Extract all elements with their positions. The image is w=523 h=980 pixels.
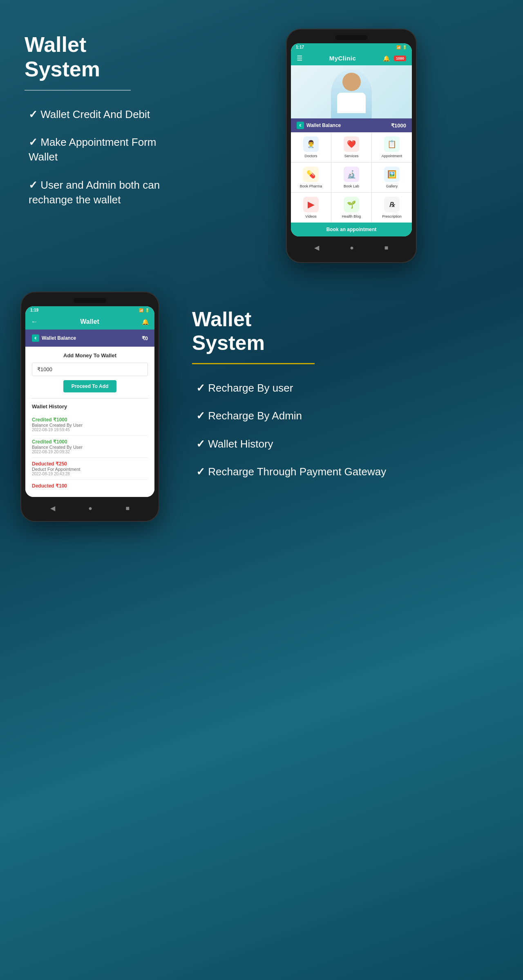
doctor-figure [331, 69, 372, 118]
doctor-head [342, 73, 361, 91]
history-item-2: Credited ₹1000 Balance Created By User 2… [32, 436, 148, 458]
status-bar: 1:17 📶 🔋 [291, 43, 412, 51]
grid-item-doctors[interactable]: 👨‍⚕️ Doctors [291, 132, 331, 162]
wallet-home-nav-button[interactable]: ● [88, 505, 92, 512]
gallery-icon: 🖼️ [384, 167, 400, 182]
wallet-balance-bar: € Wallet Balance ₹1000 [291, 118, 412, 132]
wallet-card-icon: € [32, 334, 39, 342]
history-desc-2: Balance Created By User [32, 445, 148, 450]
wallet-bar-left: € Wallet Balance [297, 122, 341, 129]
wallet-header-title: Wallet [80, 318, 99, 325]
recents-nav-button[interactable]: ■ [384, 244, 389, 252]
grid-item-prescription[interactable]: ℞ Prescription [372, 193, 412, 223]
phone-notch [335, 35, 368, 40]
bottom-feature-item-1: Recharge By user [192, 381, 507, 395]
grid-item-bookpharma[interactable]: 💊 Book Pharma [291, 163, 331, 192]
videos-label: Videos [305, 214, 316, 218]
prescription-label: Prescription [382, 214, 402, 218]
grid-item-services[interactable]: ❤️ Services [331, 132, 371, 162]
bottom-feature-item-3: Wallet History [192, 437, 507, 451]
app-header: ☰ MyClinic 🔔 1000 [291, 51, 412, 65]
history-date-3: 2022-08-19 20:43:28 [32, 472, 148, 476]
bottom-feature-list: Recharge By user Recharge By Admin Walle… [192, 381, 507, 479]
phone1-container: 1:17 📶 🔋 ☰ MyClinic 🔔 1000 [196, 24, 507, 263]
wallet-card-left: € Wallet Balance [32, 334, 76, 342]
healthblog-label: Health Blog [342, 214, 361, 218]
history-amount-1: Credited ₹1000 [32, 417, 148, 423]
top-section: Wallet System Wallet Credit And Debit Ma… [0, 0, 523, 279]
wallet-balance-label: Wallet Balance [306, 122, 341, 128]
home-nav-button[interactable]: ● [350, 244, 354, 252]
grid-item-videos[interactable]: ▶ Videos [291, 193, 331, 223]
wallet-bar-icon: € [297, 122, 304, 129]
top-title: Wallet System [25, 33, 180, 82]
wallet-status-bar: 1:19 📶 🔋 [25, 306, 154, 314]
grid-item-healthblog[interactable]: 🌱 Health Blog [331, 193, 371, 223]
history-item-1: Credited ₹1000 Balance Created By User 2… [32, 414, 148, 436]
wallet-back-nav-button[interactable]: ◀ [50, 504, 55, 512]
history-date-1: 2022-08-19 19:59:45 [32, 428, 148, 432]
gallery-label: Gallery [386, 184, 398, 188]
history-title: Wallet History [32, 403, 148, 410]
notification-icon[interactable]: 🔔 [383, 55, 390, 62]
history-date-2: 2022-08-19 20:09:32 [32, 450, 148, 454]
phone2-container: 1:19 📶 🔋 ← Wallet 🔔 € Wallet B [16, 292, 163, 522]
history-item-4: Deducted ₹100 [32, 480, 148, 492]
wallet-amount: ₹1000 [391, 122, 406, 129]
feature-item: Make Appointment Form Wallet [25, 135, 180, 165]
book-appointment-button[interactable]: Book an appointment [291, 223, 412, 236]
prescription-icon: ℞ [384, 197, 400, 212]
phone1-screen: 1:17 📶 🔋 ☰ MyClinic 🔔 1000 [291, 43, 412, 236]
wallet-notification-icon[interactable]: 🔔 [142, 318, 149, 325]
status-time: 1:17 [296, 45, 304, 49]
phone2: 1:19 📶 🔋 ← Wallet 🔔 € Wallet B [20, 292, 159, 522]
wallet-status-icons: 📶 🔋 [139, 308, 150, 312]
pharma-icon: 💊 [303, 167, 319, 182]
wallet-history-section: Wallet History Credited ₹1000 Balance Cr… [25, 399, 154, 497]
app-grid: 👨‍⚕️ Doctors ❤️ Services 📋 Appointment 💊… [291, 132, 412, 223]
history-desc-1: Balance Created By User [32, 423, 148, 428]
feature-item: Wallet Credit And Debit [25, 107, 180, 122]
wallet-badge: 1000 [394, 56, 406, 61]
grid-item-gallery[interactable]: 🖼️ Gallery [372, 163, 412, 192]
grid-item-booklab[interactable]: 🔬 Book Lab [331, 163, 371, 192]
top-left-text: Wallet System Wallet Credit And Debit Ma… [25, 24, 180, 220]
bottom-right-text: Wallet System Recharge By user Recharge … [180, 292, 507, 492]
bottom-nav: ◀ ● ■ [291, 239, 412, 256]
history-amount-3: Deducted ₹250 [32, 461, 148, 467]
doctor-banner [291, 65, 412, 118]
services-icon: ❤️ [344, 136, 359, 152]
booklab-icon: 🔬 [344, 167, 359, 182]
history-amount-2: Credited ₹1000 [32, 439, 148, 445]
phone2-notch [74, 298, 106, 303]
pharma-label: Book Pharma [300, 184, 322, 188]
bottom-feature-item-4: Recharge Through Payment Gateway [192, 464, 507, 479]
bottom-feature-item-2: Recharge By Admin [192, 408, 507, 423]
phone1: 1:17 📶 🔋 ☰ MyClinic 🔔 1000 [286, 29, 417, 263]
back-nav-button[interactable]: ◀ [314, 244, 319, 252]
status-icons: 📶 🔋 [396, 45, 407, 49]
header-icons: 🔔 1000 [383, 55, 406, 62]
wallet-bottom-nav: ◀ ● ■ [25, 499, 154, 517]
proceed-to-add-button[interactable]: Proceed To Add [63, 380, 117, 392]
wallet-back-button[interactable]: ← [31, 318, 38, 325]
add-money-title: Add Money To Wallet [32, 352, 148, 359]
doctors-label: Doctors [304, 154, 317, 158]
bottom-title: Wallet System [192, 308, 507, 355]
doctor-coat [337, 93, 366, 113]
amount-input[interactable] [32, 363, 148, 376]
feature-list: Wallet Credit And Debit Make Appointment… [25, 107, 180, 207]
appointment-icon: 📋 [384, 136, 400, 152]
wallet-card-label: Wallet Balance [42, 335, 76, 341]
feature-item: User and Admin both can rechange the wal… [25, 178, 180, 207]
appointment-label: Appointment [382, 154, 402, 158]
history-item-3: Deducted ₹250 Deduct For Appointment 202… [32, 458, 148, 480]
grid-item-appointment[interactable]: 📋 Appointment [372, 132, 412, 162]
hamburger-icon[interactable]: ☰ [297, 54, 302, 62]
wallet-card-amount: ₹0 [142, 335, 148, 341]
services-label: Services [344, 154, 359, 158]
wallet-balance-card: € Wallet Balance ₹0 [25, 330, 154, 347]
wallet-status-time: 1:19 [30, 308, 38, 312]
history-amount-4: Deducted ₹100 [32, 483, 148, 489]
wallet-recents-nav-button[interactable]: ■ [126, 505, 130, 512]
